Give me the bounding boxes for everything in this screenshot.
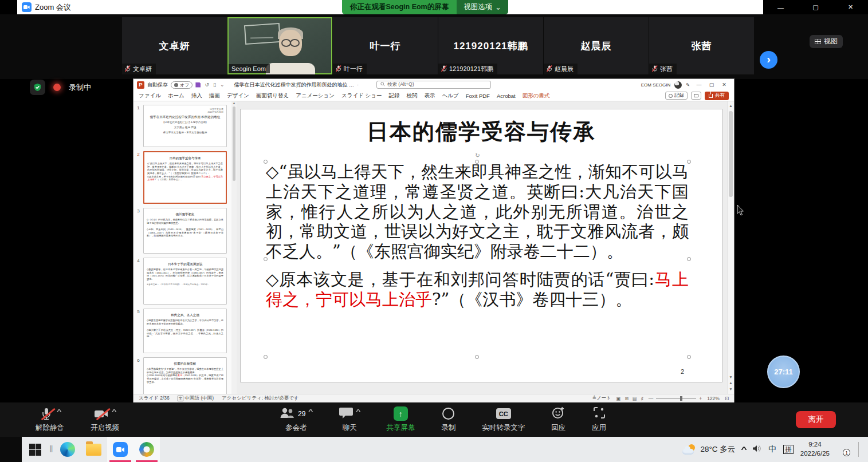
slide-sorter-icon[interactable]: ⊞ [625,396,629,401]
slide-textbox-selected[interactable]: ↻ ◇“虽以马上得天下，然生来即具神圣之性，渐知不可以马上治天下之道理，常遵圣贤… [266,162,689,357]
view-layout-button[interactable]: 视图 [810,35,843,48]
participants-chevron[interactable]: ^ [308,408,313,415]
ppt-minimize-button[interactable]: — [693,82,705,88]
notes-button[interactable]: ≜ノート [592,395,611,402]
tab-view[interactable]: 表示 [425,92,435,100]
slide-thumbnail-6[interactable]: 惺窝的自我觉醒 ◇朱熹称惺窝为“夫子再现”，并不仅仅为学者，惺窝在日本儒学思想史… [143,357,227,394]
unmute-button[interactable]: ^ 解除静音 [30,407,70,433]
thumbnail-scrollbar[interactable]: ▲ [231,101,237,394]
chat-button[interactable]: ^ 聊天 [333,407,366,433]
video-tile[interactable]: 赵晨辰 赵晨辰 [544,17,649,74]
video-options-chevron[interactable]: ^ [111,408,116,415]
zoom-out-icon[interactable]: — [649,396,654,401]
qat-dropdown-icon[interactable]: ⌄ [220,82,225,88]
resize-handle[interactable] [264,257,268,261]
autosave-toggle[interactable]: オフ [171,81,193,89]
ime-mode-button[interactable]: 拼 [783,445,794,454]
tab-draw[interactable]: 描画 [209,92,220,100]
resize-handle[interactable] [687,160,691,164]
zoom-knob[interactable] [680,396,682,401]
tab-review[interactable]: 校閲 [407,92,418,100]
resize-handle[interactable] [264,160,268,164]
resize-handle[interactable] [475,355,479,359]
search-box[interactable]: 検索 (Alt+Q) [376,81,491,89]
security-shield-icon[interactable] [30,80,45,95]
scroll-up-icon[interactable]: ▲ [233,101,236,105]
weather-widget[interactable]: 28°C 多云 [682,444,735,455]
scroll-up-icon[interactable]: ▲ [729,103,732,109]
tab-file[interactable]: ファイル [139,92,161,100]
next-slide-icon[interactable]: ▼ [729,386,732,392]
reading-view-icon[interactable]: ▤ [633,396,637,401]
share-button[interactable]: 共有 [705,92,729,100]
start-video-button[interactable]: ^ 开启视频 [85,407,125,433]
video-tile-active-speaker[interactable]: Seogin Eom [227,17,332,74]
tab-record[interactable]: 記録 [389,92,400,100]
participants-button[interactable]: 29 ^ 参会者 [274,407,319,433]
app-button[interactable] [133,437,160,462]
undo-icon[interactable]: ↺ [205,82,209,88]
mic-options-chevron[interactable]: ^ [56,408,61,415]
zoom-app-button[interactable] [107,437,133,462]
reactions-button[interactable]: 回应 [545,407,571,433]
slide-thumbnail-3[interactable]: 德川儒学初史 ◇《论语》的记载为主，幕府将军们为了解读圣人的儒学思想，实际上体现… [143,208,227,254]
scrollbar-thumb[interactable] [233,106,235,181]
slide-canvas[interactable]: 日本的儒学受容与传承 ↻ ◇“虽以马上得天下，然生来即具神圣之性，渐知不可以马上… [240,109,722,382]
language-label[interactable]: 中国語 (中国) [185,395,214,401]
close-button[interactable]: ✕ [842,3,859,11]
tab-foxit-pdf[interactable]: Foxit PDF [466,93,490,99]
ppt-close-button[interactable]: ✕ [718,82,730,88]
slide-thumbnail-4[interactable]: 日本朱子学的退溪渊源说 ◇藤原惺窝等，在日本朱子学的谱系中占有一席之地，与朝鲜儒… [143,258,227,305]
tab-animations[interactable]: アニメーション [296,92,335,100]
normal-view-icon[interactable]: ▣ [616,396,621,401]
leave-meeting-button[interactable]: 离开 [796,411,836,428]
save-icon[interactable] [195,82,201,88]
live-transcript-button[interactable]: CC 实时转录文字 [476,407,531,433]
zoom-slider[interactable]: — + [649,396,702,401]
previous-slide-icon[interactable]: ▲ [729,380,732,386]
tab-home[interactable]: ホーム [168,92,184,100]
video-tile[interactable]: 张茜 张茜 [649,17,754,74]
share-screen-button[interactable]: ↑ 共享屏幕 [380,407,421,433]
resize-handle[interactable] [264,355,268,359]
clock[interactable]: 9:242022/6/25 [800,440,830,458]
slide-thumbnail-1[interactable]: 论文中文发表2022年6月25日 儒学在日本近代化过程中发挥的作用 和所处的地位… [143,105,227,147]
tab-help[interactable]: ヘルプ [442,92,459,100]
fit-slide-icon[interactable]: ⊡ [725,396,729,401]
video-tile[interactable]: 121920121韩鹏 121920121韩鹏 [438,17,543,74]
slide-scrollbar[interactable]: ▲ ▼ ▲ ▼ [727,101,734,394]
slideshow-icon[interactable]: ♯ [641,396,643,401]
tray-expand-chevron[interactable]: ^ [741,445,748,453]
notification-center-button[interactable]: 1 [836,444,849,455]
ime-language-button[interactable]: 中 [768,444,776,455]
zoom-in-icon[interactable]: + [699,396,702,401]
scroll-down-icon[interactable]: ▼ [729,374,732,380]
slide-thumbnail-5[interactable]: 释氏之风、圣人之德 ◇惺窝最重视把握学问宗旨的根本在于为己之学，不以训诂辞章为学… [143,309,227,353]
tab-transitions[interactable]: 画面切り替え [256,92,289,100]
video-tile[interactable]: 文卓妍 文卓妍 [122,17,227,74]
apps-button[interactable]: 应用 [586,407,612,433]
meeting-timer-bubble[interactable]: 27:11 [767,356,800,388]
scrollbar-thumb[interactable] [729,111,733,197]
user-avatar[interactable] [674,81,682,89]
video-tile[interactable]: 叶一行 叶一行 [333,17,438,74]
ppt-restore-button[interactable]: ▢ [705,82,718,88]
minimize-button[interactable]: — [772,4,790,11]
comments-button[interactable] [691,92,701,100]
slide-thumbnail-2-selected[interactable]: 日本的儒学受容与传承 ◇“虽以马上得天下，然生来即具神圣之性，渐知不可以马上治天… [143,151,227,204]
resize-handle[interactable] [687,257,691,261]
tab-design[interactable]: デザイン [227,92,249,100]
tab-slideshow[interactable]: スライド ショー [341,92,382,100]
zoom-percent[interactable]: 122% [707,396,720,401]
rotate-handle[interactable]: ↻ [474,152,480,159]
restore-button[interactable]: ▢ [807,3,824,11]
view-options-button[interactable]: 视图选项 ⌄ [457,0,508,14]
file-explorer-button[interactable] [81,437,107,462]
chat-chevron[interactable]: ^ [356,408,361,415]
resize-handle[interactable] [687,355,691,359]
slide-title[interactable]: 日本的儒学受容与传承 [241,117,722,147]
resize-handle[interactable] [475,160,479,164]
tab-acrobat[interactable]: Acrobat [497,93,516,99]
accessibility-status[interactable]: アクセシビリティ: 検討が必要です [222,395,299,402]
start-button[interactable] [22,437,48,462]
